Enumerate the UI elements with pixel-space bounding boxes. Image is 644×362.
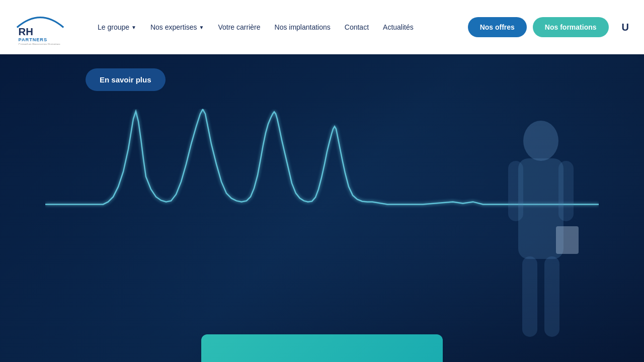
svg-rect-9 <box>556 226 579 254</box>
chevron-down-icon: ▼ <box>199 25 204 30</box>
nav-item-le-groupe[interactable]: Le groupe ▼ <box>91 19 143 35</box>
nav-item-contact[interactable]: Contact <box>338 19 376 35</box>
en-savoir-plus-button[interactable]: En savoir plus <box>86 68 166 91</box>
nav-item-votre-carriere[interactable]: Votre carrière <box>211 19 267 35</box>
nav-item-actualites[interactable]: Actualités <box>376 19 421 35</box>
hero-section: En savoir plus <box>0 54 644 362</box>
svg-rect-8 <box>544 256 559 337</box>
svg-rect-5 <box>508 161 523 221</box>
search-button[interactable]: U <box>617 19 634 36</box>
svg-point-3 <box>523 121 558 161</box>
nos-offres-button[interactable]: Nos offres <box>468 17 527 37</box>
bottom-card <box>201 334 443 362</box>
nos-formations-button[interactable]: Nos formations <box>533 17 609 37</box>
svg-rect-7 <box>522 256 537 337</box>
person-silhouette <box>478 111 604 362</box>
chevron-down-icon: ▼ <box>131 25 136 30</box>
main-nav: Le groupe ▼ Nos expertises ▼ Votre carri… <box>91 19 421 35</box>
nav-item-nos-implantations[interactable]: Nos implantations <box>268 19 338 35</box>
svg-text:RH: RH <box>19 26 33 37</box>
svg-text:PARTNERS: PARTNERS <box>19 37 47 42</box>
svg-text:Conseil en Ressources Humaines: Conseil en Ressources Humaines <box>19 43 60 45</box>
nav-item-nos-expertises[interactable]: Nos expertises ▼ <box>143 19 211 35</box>
logo[interactable]: RH PARTNERS Conseil en Ressources Humain… <box>10 10 70 45</box>
svg-rect-6 <box>558 161 574 221</box>
site-header: RH PARTNERS Conseil en Ressources Humain… <box>0 0 644 54</box>
